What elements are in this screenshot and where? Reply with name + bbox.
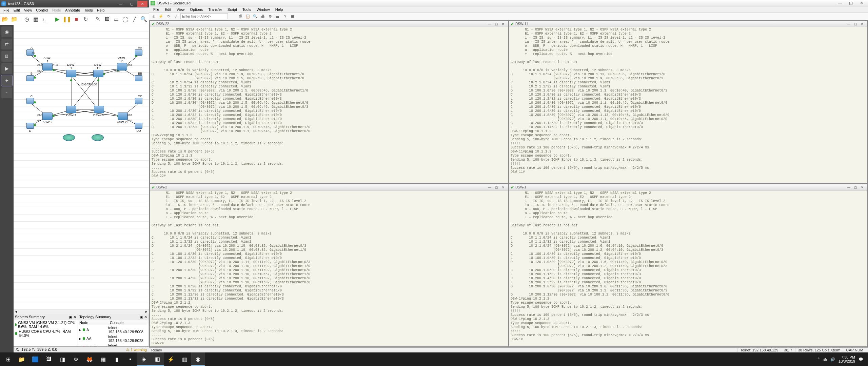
paste-icon[interactable]: 📋 xyxy=(245,13,251,19)
term-min[interactable]: — xyxy=(486,22,493,26)
image-icon[interactable]: 🖼 xyxy=(103,15,111,24)
edge-icon[interactable]: 🟦 xyxy=(28,352,42,366)
session-options-icon[interactable]: ☰ xyxy=(275,13,281,19)
securecrt-task-icon[interactable]: ◉ xyxy=(191,352,205,366)
server-row[interactable]: HUGO-CORE CPU 4.7%, RAM 54.0% xyxy=(14,329,78,338)
menu-tools[interactable]: Tools xyxy=(82,7,95,13)
panel-buttons[interactable]: ▣ ✕ xyxy=(140,315,147,319)
term-close[interactable]: ✕ xyxy=(500,186,507,189)
link-tool-icon[interactable]: ~ xyxy=(1,87,12,98)
reconnect-icon[interactable]: ↻ xyxy=(165,13,172,19)
enddevice-category-icon[interactable]: 🖥 xyxy=(1,51,12,62)
gns3-titlebar[interactable]: test123 - GNS3 — ▢ ✕ xyxy=(0,0,149,7)
topology-canvas[interactable]: EIGRP-100 A B AA BB xyxy=(14,25,149,309)
terminal-output[interactable]: N1 - OSPF NSSA external type 1, N2 - OSP… xyxy=(509,27,867,183)
maximize-button[interactable]: ▢ xyxy=(126,1,137,7)
topology-row[interactable]: ▸ AAtelnet 192.168.40.129:5028 xyxy=(78,334,149,343)
open-icon[interactable]: 📂 xyxy=(1,15,9,24)
notifications-icon[interactable]: 💬 xyxy=(859,357,863,362)
stop-icon[interactable]: ■ xyxy=(73,15,80,24)
ellipse-icon[interactable]: ◯ xyxy=(121,15,129,24)
panel-buttons[interactable]: ▣ ✕ xyxy=(69,315,76,319)
menu-options[interactable]: Options xyxy=(187,6,205,13)
terminal-output[interactable]: N1 - OSPF NSSA external type 1, N2 - OSP… xyxy=(150,27,508,183)
warning-indicator[interactable]: ⚠ 1 warning xyxy=(126,347,147,352)
settings-icon[interactable]: ⚙ xyxy=(267,13,273,19)
term-max[interactable]: ▢ xyxy=(852,186,859,189)
quick-icon[interactable]: ⚡ xyxy=(158,13,164,19)
photos-icon[interactable]: 🖼 xyxy=(42,352,56,366)
switch-category-icon[interactable]: ⇄ xyxy=(1,39,12,49)
menu-tools[interactable]: Tools xyxy=(240,6,254,13)
app-icon[interactable]: ◨ xyxy=(56,352,69,366)
tray-network-icon[interactable]: 🖧 xyxy=(823,357,827,361)
tray-up-icon[interactable]: ˄ xyxy=(818,357,820,362)
wireshark-icon[interactable]: ⚡ xyxy=(164,352,178,366)
play-icon[interactable]: ▶ xyxy=(53,15,61,24)
menu-edit[interactable]: Edit xyxy=(162,6,174,13)
topology-row[interactable]: ▸ ASW-1telnet 192.168.40.129:5004 xyxy=(78,343,149,346)
menu-file[interactable]: File xyxy=(1,7,12,13)
clock-icon[interactable]: ◷ xyxy=(23,15,31,24)
menu-view[interactable]: View xyxy=(174,6,188,13)
start-button[interactable]: ⊞ xyxy=(1,352,15,366)
print-icon[interactable]: 🖶 xyxy=(260,13,266,19)
term-min[interactable]: — xyxy=(845,22,852,26)
menu-script[interactable]: Script xyxy=(225,6,240,13)
rect-icon[interactable]: ▭ xyxy=(112,15,120,24)
security-category-icon[interactable]: ▶ xyxy=(1,63,12,74)
connect-icon[interactable]: ⎋ xyxy=(151,13,157,19)
cmd-icon[interactable]: ▪ xyxy=(123,352,137,366)
crt-titlebar[interactable]: DSW-1 - SecureCRT — ▢ ✕ xyxy=(149,0,868,6)
term-max[interactable]: ▢ xyxy=(493,186,500,189)
disconnect-icon[interactable]: ⤢ xyxy=(173,13,179,19)
menu-window[interactable]: Window xyxy=(254,6,273,13)
vmware-icon[interactable]: ▦ xyxy=(96,352,110,366)
topology-row[interactable]: ▸ Atelnet 192.168.40.129:5008 xyxy=(78,325,149,334)
term-close[interactable]: ✕ xyxy=(500,22,507,26)
folder-icon[interactable]: 📁 xyxy=(11,15,18,24)
router-category-icon[interactable]: ◉ xyxy=(1,26,12,37)
gns3-task-icon[interactable]: ◈ xyxy=(137,352,151,366)
settings-icon[interactable]: ⚙ xyxy=(69,352,83,366)
all-category-icon[interactable]: ✦ xyxy=(1,75,12,86)
snapshot-icon[interactable]: ▦ xyxy=(32,15,40,24)
console-icon[interactable]: ›_ xyxy=(41,15,49,24)
app2-task-icon[interactable]: ◧ xyxy=(151,352,164,366)
server-row[interactable]: GNS3 VM (GNS3 VM 2.1.21) CPU 5.6%, RAM 1… xyxy=(14,320,78,329)
minimize-button[interactable]: — xyxy=(835,0,845,6)
find-icon[interactable]: 🔍 xyxy=(252,13,258,19)
menu-file[interactable]: File xyxy=(151,6,162,13)
menu-control[interactable]: Control xyxy=(34,7,50,13)
explorer-icon[interactable]: 📁 xyxy=(15,352,28,366)
help-icon[interactable]: ? xyxy=(282,13,288,19)
terminal-icon[interactable]: ▮ xyxy=(110,352,123,366)
terminal-output[interactable]: N1 - OSPF NSSA external type 1, N2 - OSP… xyxy=(509,190,867,346)
about-icon[interactable]: ▦ xyxy=(290,13,296,19)
term-min[interactable]: — xyxy=(486,186,493,189)
note-icon[interactable]: ✎ xyxy=(94,15,102,24)
menu-edit[interactable]: Edit xyxy=(12,7,22,13)
tray-volume-icon[interactable]: 🔊 xyxy=(830,357,835,362)
firefox-icon[interactable]: 🦊 xyxy=(83,352,96,366)
pause-icon[interactable]: ❚❚ xyxy=(62,15,71,24)
menu-help[interactable]: Help xyxy=(95,7,107,13)
excel-icon[interactable]: ▥ xyxy=(178,352,191,366)
reload-icon[interactable]: ↻ xyxy=(82,15,90,24)
menu-annotate[interactable]: Annotate xyxy=(63,7,82,13)
menu-help[interactable]: Help xyxy=(273,6,286,13)
maximize-button[interactable]: ▢ xyxy=(846,0,856,6)
menu-transfer[interactable]: Transfer xyxy=(205,6,225,13)
term-close[interactable]: ✕ xyxy=(859,22,866,26)
term-min[interactable]: — xyxy=(845,186,852,189)
terminal-output[interactable]: N1 - OSPF NSSA external type 1, N2 - OSP… xyxy=(150,190,508,346)
line-icon[interactable]: ╱ xyxy=(131,15,138,24)
minimize-button[interactable]: — xyxy=(116,1,126,7)
scroll-left-icon[interactable]: ◂ xyxy=(14,309,18,314)
zoom-icon[interactable]: 🔍 xyxy=(140,15,147,24)
copy-icon[interactable]: 🗐 xyxy=(237,13,243,19)
term-max[interactable]: ▢ xyxy=(493,22,500,26)
menu-view[interactable]: View xyxy=(22,7,34,13)
close-button[interactable]: ✕ xyxy=(137,1,147,7)
term-max[interactable]: ▢ xyxy=(852,22,859,26)
